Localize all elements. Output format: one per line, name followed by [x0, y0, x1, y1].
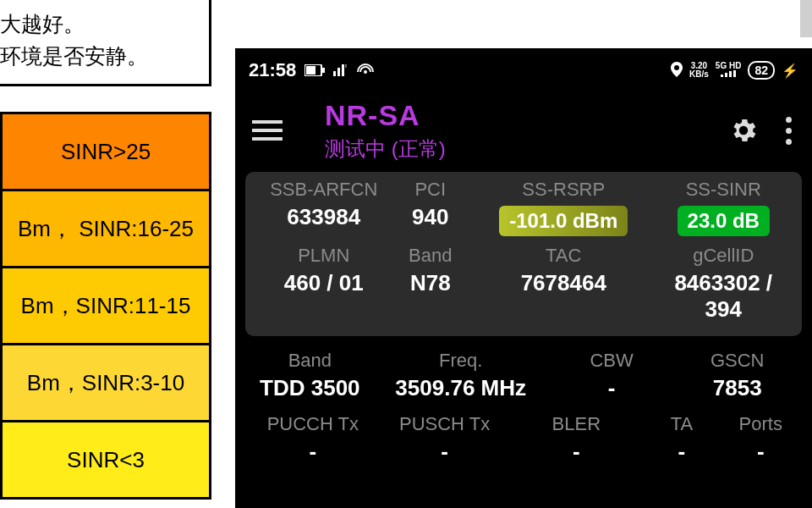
label-tac: TAC	[470, 245, 657, 267]
svg-text:!: !	[345, 64, 347, 69]
grade-row-4: Bm，SINR:3-10	[2, 345, 211, 422]
location-icon	[671, 62, 683, 80]
svg-rect-12	[733, 70, 736, 77]
label-band2: Band	[247, 350, 373, 372]
sinr-grade-table: SINR>25 Bm， SINR:16-25 Bm，SINR:11-15 Bm，…	[0, 112, 211, 500]
status-battery: 82	[748, 61, 775, 80]
value-ssb-arfcn: 633984	[257, 204, 391, 230]
svg-rect-2	[322, 68, 325, 73]
value-tac: 7678464	[470, 270, 657, 296]
label-freq: Freq.	[373, 350, 549, 372]
value-pci: 940	[391, 204, 471, 230]
secondary-metrics: Band Freq. CBW GSCN TDD 3500 3509.76 MHz…	[247, 350, 800, 465]
phone-screenshot: 21:58 ! 3.20KB/s 5G HD	[235, 48, 812, 508]
value-bler: -	[510, 439, 642, 465]
article-left-column: 大越好。 环境是否安静。 SINR>25 Bm， SINR:16-25 Bm，S…	[0, 0, 211, 500]
value-pucch-tx: -	[247, 439, 379, 465]
label-ss-sinr: SS-SINR	[657, 179, 791, 201]
grade-row-1: SINR>25	[2, 113, 211, 190]
page-scrollbar[interactable]	[800, 0, 812, 37]
svg-rect-10	[725, 73, 727, 77]
article-text-block: 大越好。 环境是否安静。	[0, 0, 211, 86]
status-data-rate: 3.20KB/s	[689, 62, 709, 79]
value-plmn: 460 / 01	[257, 270, 391, 296]
svg-rect-3	[333, 71, 336, 76]
label-gscn: GSCN	[674, 350, 800, 372]
value-gscn: 7853	[674, 375, 800, 401]
signal-icon: !	[333, 59, 348, 81]
value-freq: 3509.76 MHz	[373, 375, 549, 401]
label-pusch-tx: PUSCH Tx	[379, 413, 511, 435]
app-title: NR-SA	[325, 99, 728, 132]
overflow-menu-icon[interactable]	[786, 117, 792, 145]
value-gcellid: 8463302 / 394	[657, 270, 791, 323]
hotspot-icon	[357, 59, 374, 81]
label-plmn: PLMN	[257, 245, 391, 267]
value-band2: TDD 3500	[247, 375, 373, 401]
svg-point-7	[364, 70, 367, 74]
value-band: N78	[391, 270, 471, 296]
value-ss-sinr: 23.0 dB	[678, 206, 770, 236]
label-pucch-tx: PUCCH Tx	[247, 413, 379, 435]
app-subtitle: 测试中 (正常)	[325, 135, 728, 163]
grade-row-2: Bm， SINR:16-25	[2, 190, 211, 268]
svg-rect-5	[342, 64, 344, 76]
primary-metrics-card: SSB-ARFCN PCI SS-RSRP SS-SINR 633984 940…	[245, 172, 802, 336]
svg-rect-9	[721, 75, 723, 77]
value-ta: -	[642, 439, 721, 465]
grade-row-5: SINR<3	[2, 422, 211, 499]
svg-rect-11	[729, 71, 732, 77]
status-time: 21:58	[249, 59, 296, 81]
svg-rect-4	[337, 68, 340, 76]
label-pci: PCI	[391, 179, 471, 201]
label-gcellid: gCellID	[657, 245, 791, 267]
status-bar: 21:58 ! 3.20KB/s 5G HD	[235, 48, 812, 92]
value-cbw: -	[549, 375, 675, 401]
label-bler: BLER	[510, 413, 642, 435]
value-ss-rsrp: -101.0 dBm	[499, 206, 628, 236]
battery-mini-icon	[304, 59, 325, 81]
article-line-1: 大越好。	[0, 12, 85, 36]
menu-icon[interactable]	[252, 115, 283, 146]
label-ta: TA	[642, 413, 721, 435]
label-cbw: CBW	[549, 350, 675, 372]
label-ss-rsrp: SS-RSRP	[470, 179, 657, 201]
status-network-type: 5G HD	[716, 62, 742, 79]
article-line-2: 环境是否安静。	[0, 44, 148, 68]
value-ports: -	[721, 439, 800, 465]
settings-icon[interactable]	[728, 115, 759, 146]
label-ports: Ports	[721, 413, 800, 435]
label-band: Band	[391, 245, 471, 267]
value-pusch-tx: -	[379, 439, 511, 465]
grade-row-3: Bm，SINR:11-15	[2, 268, 211, 345]
svg-rect-1	[306, 66, 315, 75]
app-bar: NR-SA 测试中 (正常)	[235, 92, 812, 168]
charging-icon: ⚡	[782, 63, 798, 79]
svg-point-8	[674, 65, 679, 70]
label-ssb-arfcn: SSB-ARFCN	[257, 179, 391, 201]
